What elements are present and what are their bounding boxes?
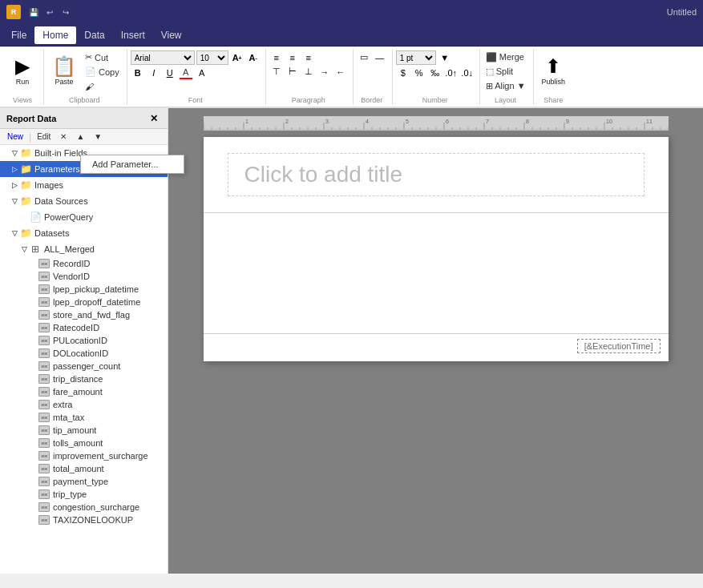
tree-item-dolocationid[interactable]: ≡≡DOLocationID [0, 347, 168, 360]
menu-insert[interactable]: Insert [113, 26, 153, 44]
decimal-increase-button[interactable]: .0↑ [444, 66, 459, 79]
menu-home[interactable]: Home [34, 26, 76, 44]
ribbon-group-layout: ⬛ Merge ⬚ Split ⊞ Align ▼ Layout [480, 49, 534, 105]
decimal-decrease-button[interactable]: .0↓ [460, 66, 475, 79]
field-icon: ≡≡ [38, 477, 50, 486]
toggle-parameters[interactable]: ▷ [10, 165, 19, 173]
field-icon: ≡≡ [38, 361, 50, 371]
tree-item-all-merged[interactable]: ▽ ⊞ ALL_Merged [0, 241, 168, 257]
menu-file[interactable]: File [3, 26, 34, 44]
toggle-datasets[interactable]: ▽ [10, 229, 19, 237]
percent-button[interactable]: % [412, 66, 426, 79]
paste-button[interactable]: 📋 Paste [47, 50, 81, 92]
tree-item-extra[interactable]: ≡≡extra [0, 398, 168, 411]
font-color-button[interactable]: A [179, 66, 193, 79]
edit-toolbar-button[interactable]: Edit [33, 131, 55, 143]
app-logo: R [6, 5, 21, 19]
toggle-builtin[interactable]: ▽ [10, 149, 19, 157]
toggle-datasources[interactable]: ▽ [10, 197, 19, 205]
tree-item-tolls_amount[interactable]: ≡≡tolls_amount [0, 437, 168, 449]
toggle-images[interactable]: ▷ [10, 181, 19, 189]
publish-icon: ⬆ [545, 57, 561, 76]
number-format-button[interactable]: ▼ [438, 50, 452, 64]
tree-label-total_amount: total_amount [53, 464, 104, 473]
merge-button[interactable]: ⬛ Merge [483, 50, 528, 64]
tree-item-tip_amount[interactable]: ≡≡tip_amount [0, 424, 168, 437]
font-size-select[interactable]: 10 [196, 50, 228, 65]
move-down-toolbar-button[interactable]: ▼ [90, 131, 106, 143]
tree-item-pulocationid[interactable]: ≡≡PULocationID [0, 334, 168, 347]
underline-button[interactable]: U [163, 66, 177, 79]
execution-time-field[interactable]: [&ExecutionTime] [577, 339, 661, 353]
tree-item-payment_type[interactable]: ≡≡payment_type [0, 475, 168, 488]
copy-button[interactable]: 📄 Copy [83, 65, 122, 79]
field-icon: ≡≡ [38, 259, 50, 268]
undo-icon[interactable]: ↩ [43, 6, 56, 18]
align-right-button[interactable]: ≡ [301, 50, 316, 64]
thousands-button[interactable]: ‰ [428, 66, 442, 79]
tree-item-lpep_dropoff[interactable]: ≡≡lpep_dropoff_datetime [0, 296, 168, 308]
report-body-section[interactable] [204, 213, 669, 333]
ribbon-group-font: Arial 10 A+ A- B I U A A [127, 49, 266, 105]
number-group-label: Number [396, 95, 475, 105]
align-bottom-button[interactable]: ⊥ [301, 65, 316, 79]
split-button[interactable]: ⬚ Split [483, 65, 528, 79]
sidebar-close-button[interactable]: ✕ [147, 111, 161, 125]
field-icon: ≡≡ [38, 489, 50, 499]
tree-item-mta_tax[interactable]: ≡≡mta_tax [0, 411, 168, 424]
dataset-icon: ⊞ [29, 243, 42, 256]
tree-item-improvement_surcharge[interactable]: ≡≡improvement_surcharge [0, 449, 168, 462]
tree-item-trip_distance[interactable]: ≡≡trip_distance [0, 373, 168, 385]
tree-item-recordid[interactable]: ≡≡RecordID [0, 257, 168, 270]
menu-view[interactable]: View [153, 26, 190, 44]
tree-item-datasources[interactable]: ▽ 📁 Data Sources [0, 193, 168, 209]
align-left-button[interactable]: ≡ [269, 50, 284, 64]
run-button[interactable]: ▶ Run [6, 50, 38, 92]
tree-item-congestion_surcharge[interactable]: ≡≡congestion_surcharge [0, 501, 168, 513]
tree-label-all-merged: ALL_Merged [44, 244, 95, 254]
tree-item-ratecodeid[interactable]: ≡≡RatecodeID [0, 321, 168, 334]
cut-button[interactable]: ✂ Cut [83, 50, 122, 64]
svg-text:7: 7 [486, 119, 489, 124]
tree-item-fare_amount[interactable]: ≡≡fare_amount [0, 385, 168, 398]
redo-icon[interactable]: ↪ [59, 6, 72, 18]
align-top-button[interactable]: ⊤ [269, 65, 284, 79]
align-middle-button[interactable]: ⊢ [285, 65, 300, 79]
publish-button[interactable]: ⬆ Publish [537, 50, 571, 92]
indent-button[interactable]: → [317, 65, 332, 79]
align-center-button[interactable]: ≡ [285, 50, 300, 64]
outdent-button[interactable]: ← [333, 65, 348, 79]
font-family-select[interactable]: Arial [131, 50, 195, 65]
border-button[interactable]: ▭ [357, 50, 371, 64]
align-dropdown-button[interactable]: ⊞ Align ▼ [483, 79, 528, 93]
move-up-toolbar-button[interactable]: ▲ [72, 131, 88, 143]
tree-item-images[interactable]: ▷ 📁 Images [0, 177, 168, 193]
tree-item-taxizonelookup[interactable]: ≡≡TAXIZONELOOKUP [0, 513, 168, 526]
new-toolbar-button[interactable]: New [3, 131, 27, 143]
tree-item-vendorid[interactable]: ≡≡VendorID [0, 270, 168, 283]
tree-item-store_fwd[interactable]: ≡≡store_and_fwd_flag [0, 308, 168, 321]
folder-icon-images: 📁 [19, 179, 32, 191]
delete-toolbar-button[interactable]: ✕ [56, 131, 71, 143]
tree-item-total_amount[interactable]: ≡≡total_amount [0, 462, 168, 475]
bold-button[interactable]: B [131, 66, 145, 79]
grow-font-button[interactable]: A+ [230, 51, 244, 65]
shrink-font-button[interactable]: A- [246, 51, 261, 65]
font-group-label: Font [131, 95, 261, 105]
toggle-all-merged[interactable]: ▽ [19, 245, 29, 253]
tree-item-datasets[interactable]: ▽ 📁 Datasets [0, 225, 168, 241]
add-parameter-menu-item[interactable]: Add Parameter... [81, 155, 184, 173]
menu-data[interactable]: Data [76, 26, 112, 44]
highlight-button[interactable]: A [195, 66, 209, 79]
tree-item-lpep_pickup[interactable]: ≡≡lpep_pickup_datetime [0, 283, 168, 296]
border-style-button[interactable]: — [373, 50, 387, 64]
point-size-select[interactable]: 1 pt [396, 50, 436, 65]
tree-item-passenger_count[interactable]: ≡≡passenger_count [0, 360, 168, 373]
tree-item-trip_type[interactable]: ≡≡trip_type [0, 488, 168, 501]
tree-item-powerquery[interactable]: 📄 PowerQuery [0, 209, 168, 225]
save-icon[interactable]: 💾 [27, 6, 40, 18]
format-painter-button[interactable]: 🖌 [83, 79, 122, 93]
currency-button[interactable]: $ [396, 66, 410, 79]
report-title-placeholder[interactable]: Click to add title [228, 153, 644, 196]
italic-button[interactable]: I [147, 66, 161, 79]
